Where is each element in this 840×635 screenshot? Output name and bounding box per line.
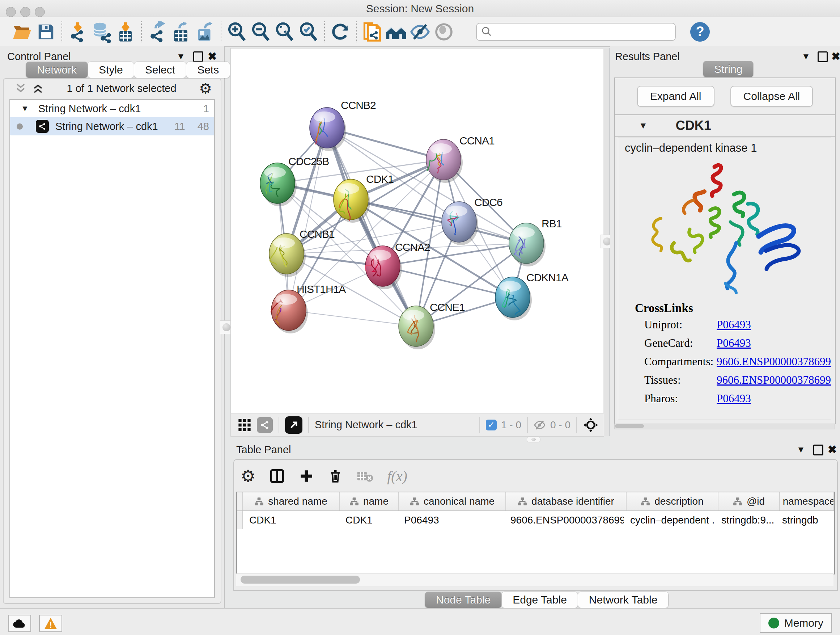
zoom-fit-button[interactable] xyxy=(273,20,297,43)
tab-node-table[interactable]: Node Table xyxy=(425,592,502,608)
new-network-from-selection-button[interactable] xyxy=(360,20,384,43)
zoom-out-button[interactable] xyxy=(249,20,273,43)
column-header-name[interactable]: name xyxy=(340,492,399,510)
app-store-button[interactable] xyxy=(8,615,31,632)
hide-selected-button[interactable] xyxy=(408,20,432,43)
float-results-panel-icon[interactable]: ▼ xyxy=(802,51,810,62)
column-header-canonical-name[interactable]: canonical name xyxy=(399,492,506,510)
network-node-ccnb1[interactable]: CCNB1 xyxy=(269,228,335,277)
network-options-gear-icon[interactable]: ⚙ xyxy=(199,80,212,97)
table-horizontal-scrollbar[interactable] xyxy=(236,573,834,586)
new-network-from-selection-icon xyxy=(362,21,383,42)
maximize-table-panel-icon[interactable] xyxy=(813,445,823,455)
scrollbar-thumb[interactable] xyxy=(240,576,360,584)
search-icon xyxy=(481,26,492,37)
birds-eye-view-button[interactable] xyxy=(237,418,252,432)
refresh-button[interactable] xyxy=(328,20,352,43)
crosslink-link[interactable]: P06493 xyxy=(717,337,825,350)
column-header-namespace[interactable]: namespace xyxy=(780,492,834,510)
column-header--id[interactable]: @id xyxy=(718,492,780,510)
network-node-cdkn1a[interactable]: CDKN1A xyxy=(495,272,569,320)
network-node-cdk1[interactable]: CDK1 xyxy=(333,173,393,223)
float-panel-icon[interactable]: ▼ xyxy=(177,51,185,62)
network-node-ccna1[interactable]: CCNA1 xyxy=(426,135,494,183)
network-row-selected[interactable]: String Network – cdk1 11 48 xyxy=(10,117,214,135)
crosslink-link[interactable]: P06493 xyxy=(717,318,825,331)
network-node-cdc25b[interactable]: CDC25B xyxy=(260,155,329,206)
tab-sets[interactable]: Sets xyxy=(186,62,230,78)
network-node-cdc6[interactable]: CDC6 xyxy=(442,196,502,245)
hierarchy-icon xyxy=(641,497,650,506)
table-row[interactable]: CDK1CDK1P064939606.ENSP00000378699cyclin… xyxy=(237,511,834,529)
network-node-ccnb2[interactable]: CCNB2 xyxy=(309,99,376,151)
close-results-panel-icon[interactable]: ✖ xyxy=(831,50,840,63)
crosslink-link[interactable]: P06493 xyxy=(717,392,825,405)
delete-column-icon[interactable] xyxy=(328,469,343,484)
node-table[interactable]: shared namenamecanonical namedatabase id… xyxy=(236,492,835,575)
show-hidden-button[interactable] xyxy=(432,20,456,43)
maximize-panel-icon[interactable] xyxy=(193,51,203,62)
zoom-in-button[interactable] xyxy=(225,20,249,43)
expand-all-button[interactable]: Expand All xyxy=(637,86,714,107)
memory-status-dot xyxy=(768,618,779,629)
tab-edge-table[interactable]: Edge Table xyxy=(501,592,578,608)
help-button[interactable]: ? xyxy=(690,22,710,42)
table-options-gear-icon[interactable]: ⚙ xyxy=(240,466,256,486)
network-collection-row[interactable]: ▼ String Network – cdk1 1 xyxy=(10,100,214,117)
gene-card-header[interactable]: ▼ CDK1 xyxy=(615,115,835,137)
tab-string[interactable]: String xyxy=(703,61,753,78)
pan-crosshair-icon[interactable] xyxy=(583,417,599,433)
collapse-all-button[interactable]: Collapse All xyxy=(730,86,813,107)
add-column-icon[interactable] xyxy=(299,469,314,484)
tab-network-table[interactable]: Network Table xyxy=(578,592,669,608)
collection-caret-icon[interactable]: ▼ xyxy=(21,104,29,113)
network-node-rb1[interactable]: RB1 xyxy=(509,218,562,266)
gene-caret-icon[interactable]: ▼ xyxy=(639,120,647,131)
network-node-ccne1[interactable]: CCNE1 xyxy=(399,301,465,349)
network-view-toolbar: String Network – cdk1 ✓ 1 - 0 0 - 0 xyxy=(231,413,604,437)
expand-all-networks-icon[interactable] xyxy=(32,82,44,95)
network-node-hist1h1a[interactable]: HIST1H1A xyxy=(271,283,346,333)
warnings-button[interactable] xyxy=(39,615,62,632)
search-input[interactable] xyxy=(476,23,676,41)
network-overview-button[interactable] xyxy=(257,417,273,433)
import-network-button[interactable] xyxy=(66,20,90,43)
tab-network[interactable]: Network xyxy=(26,62,88,78)
crosslink-link[interactable]: 9606.ENSP00000378699 xyxy=(717,374,825,386)
maximize-results-panel-icon[interactable] xyxy=(818,51,828,62)
crosslink-link[interactable]: 9606.ENSP00000378699 xyxy=(717,355,825,368)
network-node-ccna2[interactable]: CCNA2 xyxy=(365,241,430,289)
hierarchy-icon xyxy=(733,497,742,506)
export-image-button[interactable] xyxy=(193,20,217,43)
tab-select[interactable]: Select xyxy=(134,62,186,78)
collapse-all-networks-icon[interactable] xyxy=(14,82,27,95)
tab-style[interactable]: Style xyxy=(88,62,134,78)
table-panel-header: Table Panel ▼ ✖ xyxy=(231,442,840,458)
zoom-selected-button[interactable] xyxy=(297,20,321,43)
network-view[interactable]: CCNB2CCNA1CDC25BCDK1CDC6RB1CCNB1CCNA2CDK… xyxy=(231,48,604,413)
selected-count-checkbox[interactable]: ✓ xyxy=(486,420,497,431)
column-header-database-identifier[interactable]: database identifier xyxy=(506,492,627,510)
network-list: ▼ String Network – cdk1 1 String Network… xyxy=(9,99,215,598)
export-table-button[interactable] xyxy=(169,20,193,43)
results-scrollbar[interactable] xyxy=(614,424,835,429)
table-cell: cyclin–dependent ... xyxy=(624,515,715,526)
column-header-description[interactable]: description xyxy=(627,492,718,510)
crosslink-row-uniprot: Uniprot:P06493 xyxy=(644,318,825,331)
show-columns-icon[interactable] xyxy=(269,468,285,484)
open-session-button[interactable] xyxy=(10,20,34,43)
save-session-button[interactable] xyxy=(34,20,58,43)
horizontal-splitter-handle[interactable] xyxy=(527,437,540,442)
float-table-panel-icon[interactable]: ▼ xyxy=(797,445,805,455)
window-title: Session: New Session xyxy=(0,3,840,15)
close-table-panel-icon[interactable]: ✖ xyxy=(828,443,837,456)
cloud-icon xyxy=(12,618,27,629)
import-network-from-database-button[interactable] xyxy=(90,20,114,43)
import-table-button[interactable] xyxy=(114,20,137,43)
column-header-shared-name[interactable]: shared name xyxy=(243,492,340,510)
export-network-button[interactable] xyxy=(145,20,169,43)
home-button[interactable] xyxy=(384,20,408,43)
memory-button[interactable]: Memory xyxy=(760,613,832,633)
close-panel-icon[interactable]: ✖ xyxy=(208,50,217,63)
open-in-new-window-button[interactable] xyxy=(285,416,302,434)
